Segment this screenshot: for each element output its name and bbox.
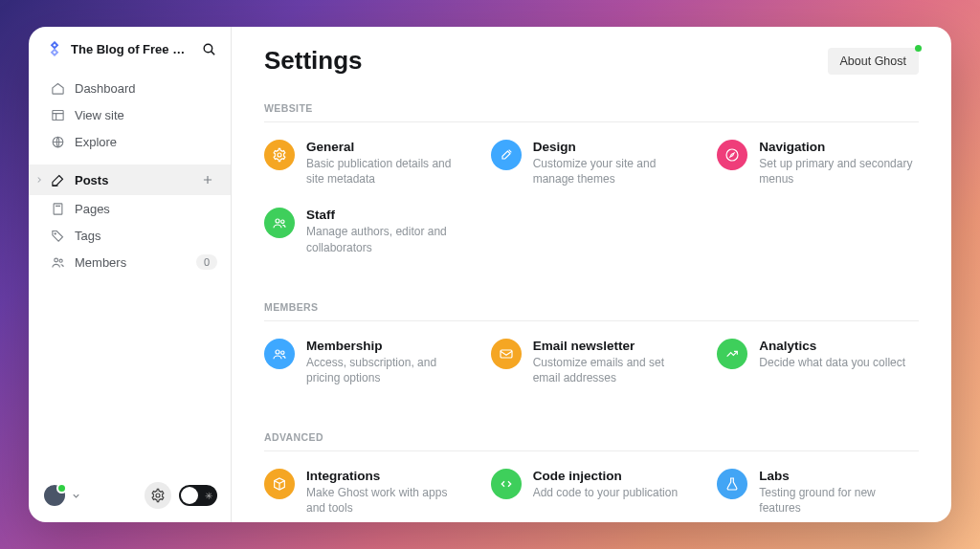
svg-point-20 <box>281 351 284 354</box>
svg-rect-2 <box>52 110 62 120</box>
section-label: ADVANCED <box>264 431 919 443</box>
card-title: Navigation <box>759 140 919 154</box>
settings-card-code-injection[interactable]: Code injectionAdd code to your publicati… <box>491 469 693 516</box>
section-label: WEBSITE <box>264 102 919 114</box>
svg-point-13 <box>156 494 160 497</box>
compass-icon <box>717 140 747 170</box>
settings-card-grid: MembershipAccess, subscription, and pric… <box>264 339 919 385</box>
people-icon <box>264 208 295 238</box>
card-description: Make Ghost work with apps and tools <box>306 485 466 516</box>
sun-icon: ✳ <box>205 491 212 501</box>
card-title: General <box>306 140 466 154</box>
search-button[interactable] <box>200 40 217 57</box>
svg-point-19 <box>276 350 279 354</box>
brush-icon <box>491 140 522 170</box>
main-content: Settings About Ghost WEBSITEGeneralBasic… <box>232 27 951 522</box>
sidebar-item-viewsite[interactable]: View site <box>29 101 231 128</box>
settings-card-navigation[interactable]: NavigationSet up primary and secondary m… <box>717 140 919 187</box>
sidebar-item-pages[interactable]: Pages <box>29 195 231 222</box>
card-title: Email newsletter <box>533 339 693 353</box>
sidebar-item-label: Explore <box>75 135 117 149</box>
card-title: Staff <box>306 208 466 222</box>
sidebar-item-label: Dashboard <box>75 81 136 96</box>
card-title: Design <box>533 140 693 154</box>
home-icon <box>50 80 65 96</box>
window-icon <box>50 107 65 122</box>
card-title: Membership <box>306 339 466 353</box>
card-description: Customize emails and set email addresses <box>533 355 693 385</box>
sidebar-item-posts[interactable]: Posts <box>29 165 231 195</box>
settings-card-staff[interactable]: StaffManage authors, editor and collabor… <box>264 208 466 254</box>
svg-point-11 <box>54 258 57 262</box>
card-title: Integrations <box>306 469 466 483</box>
box-icon <box>264 469 295 499</box>
sidebar-footer: ✳ <box>29 471 231 522</box>
settings-card-design[interactable]: DesignCustomize your site and manage the… <box>491 140 693 187</box>
chevron-down-icon[interactable] <box>71 491 81 501</box>
about-ghost-button[interactable]: About Ghost <box>828 48 920 75</box>
svg-rect-21 <box>501 350 512 358</box>
section-divider <box>264 450 919 451</box>
chevron-right-icon <box>34 175 44 185</box>
settings-card-email-newsletter[interactable]: Email newsletterCustomize emails and set… <box>491 339 693 385</box>
gear-icon <box>264 140 295 170</box>
sidebar-item-label: View site <box>75 108 124 122</box>
svg-point-10 <box>55 232 56 233</box>
flask-icon <box>717 469 747 499</box>
site-logo-icon <box>46 40 63 57</box>
code-icon <box>491 469 522 499</box>
card-description: Customize your site and manage themes <box>533 156 693 187</box>
settings-card-membership[interactable]: MembershipAccess, subscription, and pric… <box>264 339 466 385</box>
sidebar: The Blog of Free Dyna… Dashboard View si… <box>29 27 232 522</box>
card-description: Testing ground for new features <box>759 485 919 516</box>
svg-marker-16 <box>730 153 734 157</box>
theme-toggle[interactable]: ✳ <box>179 485 217 506</box>
mail-icon <box>491 339 522 369</box>
settings-card-integrations[interactable]: IntegrationsMake Ghost work with apps an… <box>264 469 466 516</box>
card-description: Set up primary and secondary menus <box>759 156 919 187</box>
card-description: Basic publication details and site metad… <box>306 156 466 187</box>
sidebar-item-label: Posts <box>75 173 108 187</box>
settings-card-analytics[interactable]: AnalyticsDecide what data you collect <box>717 339 919 385</box>
page-icon <box>50 201 65 216</box>
card-description: Decide what data you collect <box>759 355 905 370</box>
settings-button[interactable] <box>145 482 171 509</box>
people-icon <box>264 339 295 369</box>
page-header: Settings About Ghost <box>264 46 919 76</box>
card-title: Labs <box>759 469 919 483</box>
sidebar-header: The Blog of Free Dyna… <box>29 27 231 71</box>
card-description: Manage authors, editor and collaborators <box>306 224 466 254</box>
sidebar-item-dashboard[interactable]: Dashboard <box>29 75 231 101</box>
sidebar-item-label: Members <box>75 255 126 270</box>
settings-card-grid: IntegrationsMake Ghost work with apps an… <box>264 469 919 516</box>
app-window: The Blog of Free Dyna… Dashboard View si… <box>29 27 951 522</box>
globe-icon <box>50 134 65 149</box>
add-post-button[interactable] <box>198 170 217 189</box>
svg-point-15 <box>726 149 738 161</box>
svg-point-0 <box>204 44 212 53</box>
svg-point-12 <box>59 259 62 262</box>
trend-icon <box>717 339 747 369</box>
site-name[interactable]: The Blog of Free Dyna… <box>71 42 192 56</box>
sidebar-item-label: Tags <box>75 229 100 243</box>
sidebar-item-members[interactable]: Members 0 <box>29 249 231 275</box>
svg-line-1 <box>211 51 214 55</box>
card-description: Add code to your publication <box>533 485 678 500</box>
svg-point-18 <box>281 220 284 223</box>
user-avatar[interactable] <box>44 485 65 506</box>
card-title: Analytics <box>759 339 905 353</box>
sidebar-item-label: Pages <box>75 202 110 216</box>
section-divider <box>264 121 919 122</box>
page-title: Settings <box>264 46 363 76</box>
members-count-badge: 0 <box>196 254 217 270</box>
card-title: Code injection <box>533 469 678 483</box>
edit-icon <box>50 172 65 187</box>
svg-point-14 <box>278 153 281 157</box>
members-icon <box>50 254 65 270</box>
sidebar-nav: Dashboard View site Explore Posts <box>29 71 231 279</box>
sidebar-item-explore[interactable]: Explore <box>29 128 231 155</box>
settings-card-labs[interactable]: LabsTesting ground for new features <box>717 469 919 516</box>
settings-card-grid: GeneralBasic publication details and sit… <box>264 140 919 255</box>
sidebar-item-tags[interactable]: Tags <box>29 222 231 249</box>
settings-card-general[interactable]: GeneralBasic publication details and sit… <box>264 140 466 187</box>
